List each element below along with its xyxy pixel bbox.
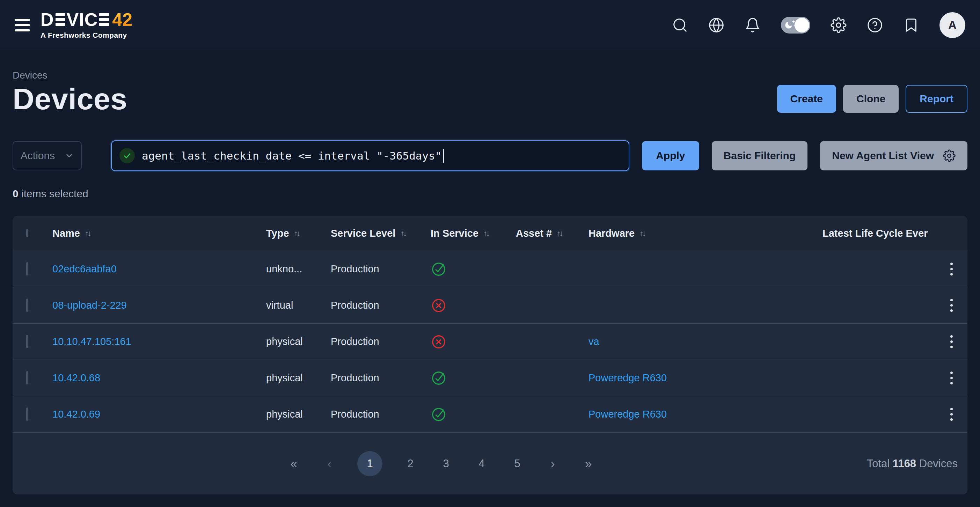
sort-icon: ↑↓ — [400, 229, 407, 238]
device42-logo[interactable]: D V I C 42 A Freshworks Company — [40, 11, 132, 40]
hardware-link[interactable]: Poweredge R630 — [589, 408, 667, 420]
globe-icon[interactable] — [708, 17, 724, 33]
column-header-asset[interactable]: Asset #↑↓ — [516, 228, 563, 239]
cell-service-level: Production — [331, 263, 431, 275]
x-circle-icon — [431, 334, 447, 350]
cell-type: virtual — [266, 300, 331, 311]
pagination-page-2[interactable]: 2 — [402, 458, 418, 470]
logo-wordmark: D V I C 42 — [40, 11, 132, 29]
table-footer: « ‹ 1 2 3 4 5 › » Total 1168 Devices — [13, 432, 967, 494]
logo-letter-e-icon — [99, 13, 109, 26]
sort-icon: ↑↓ — [294, 229, 301, 238]
device-name-link[interactable]: 10.10.47.105:161 — [52, 336, 131, 347]
row-menu-kebab-icon[interactable] — [935, 332, 967, 351]
query-valid-check-icon — [119, 148, 135, 164]
dark-mode-toggle[interactable]: ✦ ✦ — [781, 17, 810, 33]
column-header-service-level[interactable]: Service Level↑↓ — [331, 228, 407, 239]
pagination-prev[interactable]: ‹ — [322, 457, 337, 470]
filter-row: Actions agent_last_checkin_date <= inter… — [13, 140, 967, 171]
page-actions: Create Clone Report — [777, 85, 967, 113]
cell-type: unkno... — [266, 263, 331, 275]
column-header-in-service[interactable]: In Service↑↓ — [431, 228, 490, 239]
breadcrumb[interactable]: Devices — [13, 70, 48, 81]
cell-type: physical — [266, 372, 331, 384]
bell-icon[interactable] — [745, 17, 760, 33]
search-icon[interactable] — [672, 17, 688, 33]
bookmark-icon[interactable] — [903, 17, 919, 33]
clone-button[interactable]: Clone — [843, 85, 899, 113]
chevron-down-icon — [65, 151, 74, 160]
select-all-checkbox[interactable] — [26, 229, 28, 237]
row-checkbox[interactable] — [26, 371, 28, 385]
row-menu-kebab-icon[interactable] — [935, 259, 967, 279]
sort-icon: ↑↓ — [85, 229, 92, 238]
gear-icon — [943, 149, 956, 162]
row-checkbox[interactable] — [26, 407, 28, 421]
x-circle-icon — [431, 297, 447, 313]
column-header-lifecycle[interactable]: Latest Life Cycle Ever — [822, 228, 928, 239]
help-icon[interactable] — [867, 17, 883, 33]
sort-icon: ↑↓ — [484, 229, 490, 238]
device-name-link[interactable]: 08-upload-2-229 — [52, 300, 127, 311]
row-menu-kebab-icon[interactable] — [935, 368, 967, 388]
hardware-link[interactable]: va — [589, 336, 599, 347]
column-header-name[interactable]: Name↑↓ — [52, 228, 92, 239]
filter-query-input[interactable]: agent_last_checkin_date <= interval "-36… — [111, 140, 629, 171]
devices-table: Name↑↓ Type↑↓ Service Level↑↓ In Service… — [13, 216, 967, 494]
report-button[interactable]: Report — [905, 85, 967, 113]
device-name-link[interactable]: 02edc6aabfa0 — [52, 263, 117, 275]
pagination: « ‹ 1 2 3 4 5 › » — [286, 451, 596, 476]
row-menu-kebab-icon[interactable] — [935, 296, 967, 315]
basic-filtering-button[interactable]: Basic Filtering — [712, 141, 808, 170]
text-cursor — [443, 149, 444, 163]
total-suffix: Devices — [916, 458, 958, 470]
logo-letter-e-icon — [56, 13, 65, 26]
in-service-status — [431, 370, 516, 386]
selection-summary: 0 items selected — [13, 188, 967, 200]
device-name-link[interactable]: 10.42.0.68 — [52, 372, 100, 384]
page-title: Devices — [13, 84, 127, 114]
pagination-page-5[interactable]: 5 — [509, 458, 525, 470]
actions-dropdown[interactable]: Actions — [13, 141, 82, 170]
create-button[interactable]: Create — [777, 85, 836, 113]
menu-bar — [15, 24, 30, 26]
pagination-last[interactable]: » — [581, 457, 596, 470]
check-circle-icon — [431, 407, 447, 423]
device-name-link[interactable]: 10.42.0.69 — [52, 408, 100, 420]
main-content: Devices Devices Create Clone Report Acti… — [0, 70, 980, 494]
pagination-first[interactable]: « — [286, 457, 301, 470]
pagination-page-1[interactable]: 1 — [357, 451, 382, 476]
row-checkbox[interactable] — [26, 262, 28, 275]
row-checkbox[interactable] — [26, 299, 28, 312]
settings-gear-icon[interactable] — [830, 17, 846, 33]
cell-type: physical — [266, 408, 331, 420]
pagination-next[interactable]: › — [545, 457, 560, 470]
check-circle-icon — [431, 370, 447, 386]
new-agent-list-view-button[interactable]: New Agent List View — [820, 141, 967, 170]
hardware-link[interactable]: Poweredge R630 — [589, 372, 667, 384]
total-count: 1168 — [892, 458, 916, 470]
in-service-status — [431, 297, 516, 313]
row-menu-kebab-icon[interactable] — [935, 404, 967, 424]
column-header-type[interactable]: Type↑↓ — [266, 228, 301, 239]
pagination-page-4[interactable]: 4 — [474, 458, 489, 470]
table-header-row: Name↑↓ Type↑↓ Service Level↑↓ In Service… — [13, 216, 967, 251]
table-row: 10.10.47.105:161 physical Production va — [13, 323, 967, 360]
apply-button[interactable]: Apply — [642, 141, 699, 170]
check-circle-icon — [431, 261, 447, 277]
sort-icon: ↑↓ — [557, 229, 563, 238]
menu-bar — [15, 29, 30, 32]
row-checkbox[interactable] — [26, 335, 28, 348]
column-header-hardware[interactable]: Hardware↑↓ — [589, 228, 646, 239]
menu-icon[interactable] — [15, 19, 30, 32]
pagination-page-3[interactable]: 3 — [438, 458, 454, 470]
topbar-actions: ✦ ✦ A — [672, 12, 965, 38]
table-row: 10.42.0.68 physical Production Poweredge… — [13, 360, 967, 396]
cell-type: physical — [266, 336, 331, 347]
total-prefix: Total — [867, 458, 892, 470]
cell-service-level: Production — [331, 336, 431, 347]
logo-letter: V — [67, 11, 79, 29]
user-avatar[interactable]: A — [940, 12, 965, 38]
in-service-status — [431, 407, 516, 423]
logo-letter: I — [79, 11, 84, 29]
